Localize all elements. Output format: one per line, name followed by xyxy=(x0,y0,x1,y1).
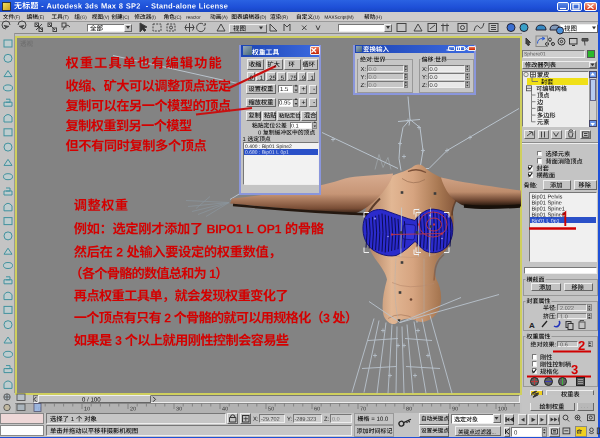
svg-text:A: A xyxy=(529,321,535,330)
